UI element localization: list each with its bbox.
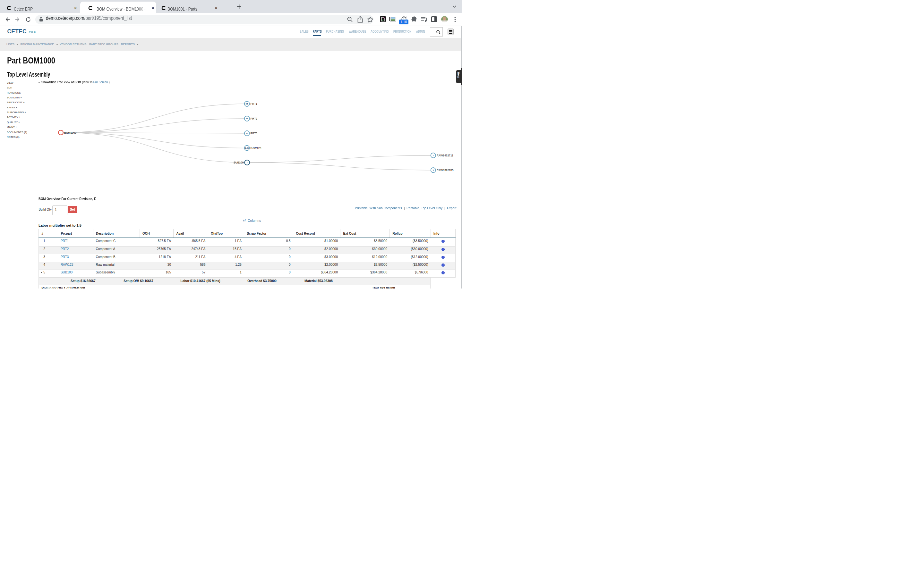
svg-text:PRT1: PRT1 [250, 102, 258, 105]
svg-text:1.25: 1.25 [245, 147, 249, 149]
svg-text:SUB100: SUB100 [234, 161, 244, 164]
svg-text:RAW8392785: RAW8392785 [437, 169, 454, 172]
svg-text:3.5: 3.5 [246, 103, 248, 105]
svg-text:RAW123: RAW123 [250, 147, 262, 150]
svg-text:PRT2: PRT2 [250, 117, 258, 120]
svg-text:15: 15 [246, 117, 248, 119]
svg-text:4: 4 [246, 132, 248, 134]
svg-text:RAW9462711: RAW9462711 [437, 154, 453, 157]
svg-text:1: 1 [247, 161, 248, 163]
svg-text:1: 1 [433, 169, 434, 171]
svg-text:PRT3: PRT3 [250, 132, 258, 135]
svg-text:BOM1000: BOM1000 [64, 131, 77, 134]
svg-text:1: 1 [433, 154, 434, 156]
